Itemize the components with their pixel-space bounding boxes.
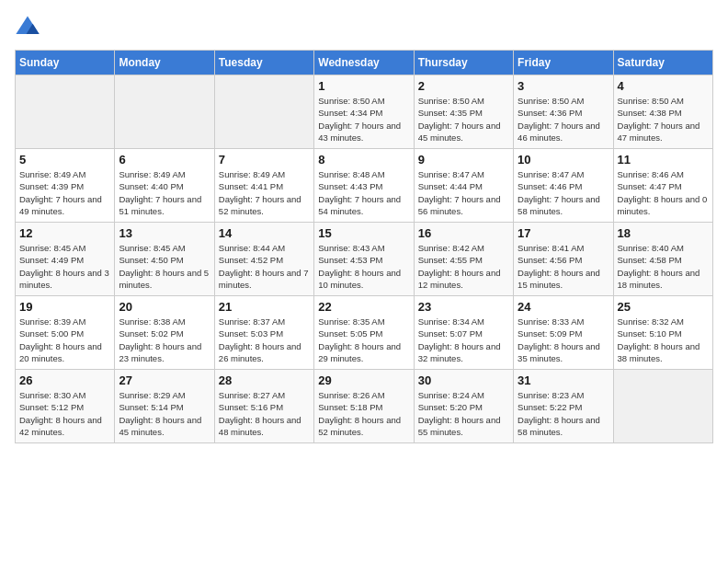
day-number: 1 [318,79,409,93]
day-number: 11 [618,153,709,167]
calendar-week-4: 19Sunrise: 8:39 AM Sunset: 5:00 PM Dayli… [16,296,713,370]
day-header-tuesday: Tuesday [214,51,313,75]
day-number: 28 [219,373,310,387]
cell-content: Sunrise: 8:43 AM Sunset: 4:53 PM Dayligh… [318,242,409,291]
day-header-saturday: Saturday [613,51,712,75]
calendar-cell: 20Sunrise: 8:38 AM Sunset: 5:02 PM Dayli… [115,296,214,370]
calendar-cell: 21Sunrise: 8:37 AM Sunset: 5:03 PM Dayli… [214,296,313,370]
cell-content: Sunrise: 8:27 AM Sunset: 5:16 PM Dayligh… [219,389,310,438]
cell-content: Sunrise: 8:29 AM Sunset: 5:14 PM Dayligh… [119,389,210,438]
day-number: 23 [418,300,509,314]
cell-content: Sunrise: 8:49 AM Sunset: 4:40 PM Dayligh… [119,168,210,217]
cell-content: Sunrise: 8:24 AM Sunset: 5:20 PM Dayligh… [418,389,509,438]
cell-content: Sunrise: 8:50 AM Sunset: 4:38 PM Dayligh… [618,95,709,144]
calendar-cell: 4Sunrise: 8:50 AM Sunset: 4:38 PM Daylig… [613,75,712,149]
calendar-cell: 24Sunrise: 8:33 AM Sunset: 5:09 PM Dayli… [514,296,613,370]
cell-content: Sunrise: 8:23 AM Sunset: 5:22 PM Dayligh… [518,389,609,438]
day-header-thursday: Thursday [414,51,513,75]
cell-content: Sunrise: 8:35 AM Sunset: 5:05 PM Dayligh… [318,316,409,364]
cell-content: Sunrise: 8:37 AM Sunset: 5:03 PM Dayligh… [219,316,310,364]
cell-content: Sunrise: 8:47 AM Sunset: 4:46 PM Dayligh… [518,168,609,217]
cell-content: Sunrise: 8:39 AM Sunset: 5:00 PM Dayligh… [19,316,110,364]
day-number: 14 [219,226,310,240]
day-number: 12 [19,226,110,240]
cell-content: Sunrise: 8:44 AM Sunset: 4:52 PM Dayligh… [219,242,310,291]
cell-content: Sunrise: 8:49 AM Sunset: 4:41 PM Dayligh… [219,168,310,217]
day-number: 31 [518,373,609,387]
calendar-cell: 1Sunrise: 8:50 AM Sunset: 4:34 PM Daylig… [314,75,414,149]
cell-content: Sunrise: 8:45 AM Sunset: 4:50 PM Dayligh… [119,242,210,291]
cell-content: Sunrise: 8:42 AM Sunset: 4:55 PM Dayligh… [418,242,509,291]
calendar-cell [16,75,115,149]
day-number: 17 [518,226,609,240]
calendar-cell: 22Sunrise: 8:35 AM Sunset: 5:05 PM Dayli… [314,296,414,370]
calendar-cell: 12Sunrise: 8:45 AM Sunset: 4:49 PM Dayli… [16,223,115,296]
calendar-cell: 5Sunrise: 8:49 AM Sunset: 4:39 PM Daylig… [16,149,115,223]
calendar-cell: 14Sunrise: 8:44 AM Sunset: 4:52 PM Dayli… [214,223,313,296]
calendar-cell: 3Sunrise: 8:50 AM Sunset: 4:36 PM Daylig… [514,75,613,149]
cell-content: Sunrise: 8:41 AM Sunset: 4:56 PM Dayligh… [518,242,609,291]
day-number: 30 [418,373,509,387]
calendar-week-5: 26Sunrise: 8:30 AM Sunset: 5:12 PM Dayli… [16,370,713,443]
day-number: 9 [418,153,509,167]
day-number: 18 [618,226,709,240]
calendar-cell: 11Sunrise: 8:46 AM Sunset: 4:47 PM Dayli… [613,149,712,223]
day-header-friday: Friday [514,51,613,75]
calendar-cell: 27Sunrise: 8:29 AM Sunset: 5:14 PM Dayli… [115,370,214,443]
cell-content: Sunrise: 8:32 AM Sunset: 5:10 PM Dayligh… [618,316,709,364]
day-number: 15 [318,226,409,240]
cell-content: Sunrise: 8:40 AM Sunset: 4:58 PM Dayligh… [618,242,709,291]
cell-content: Sunrise: 8:34 AM Sunset: 5:07 PM Dayligh… [418,316,509,364]
day-number: 10 [518,153,609,167]
cell-content: Sunrise: 8:45 AM Sunset: 4:49 PM Dayligh… [19,242,110,291]
cell-content: Sunrise: 8:47 AM Sunset: 4:44 PM Dayligh… [418,168,509,217]
calendar-cell: 29Sunrise: 8:26 AM Sunset: 5:18 PM Dayli… [314,370,414,443]
calendar-table: SundayMondayTuesdayWednesdayThursdayFrid… [15,50,713,443]
cell-content: Sunrise: 8:46 AM Sunset: 4:47 PM Dayligh… [618,168,709,217]
cell-content: Sunrise: 8:38 AM Sunset: 5:02 PM Dayligh… [119,316,210,364]
cell-content: Sunrise: 8:48 AM Sunset: 4:43 PM Dayligh… [318,168,409,217]
day-number: 29 [318,373,409,387]
calendar-week-1: 1Sunrise: 8:50 AM Sunset: 4:34 PM Daylig… [16,75,713,149]
calendar-cell: 8Sunrise: 8:48 AM Sunset: 4:43 PM Daylig… [314,149,414,223]
day-number: 13 [119,226,210,240]
day-header-monday: Monday [115,51,214,75]
day-number: 22 [318,300,409,314]
day-number: 25 [618,300,709,314]
day-number: 26 [19,373,110,387]
day-number: 2 [418,79,509,93]
cell-content: Sunrise: 8:30 AM Sunset: 5:12 PM Dayligh… [19,389,110,438]
cell-content: Sunrise: 8:50 AM Sunset: 4:36 PM Dayligh… [518,95,609,144]
day-number: 7 [219,153,310,167]
logo [15,15,44,40]
day-number: 19 [19,300,110,314]
day-number: 4 [618,79,709,93]
calendar-cell: 7Sunrise: 8:49 AM Sunset: 4:41 PM Daylig… [214,149,313,223]
day-number: 24 [518,300,609,314]
calendar-cell: 13Sunrise: 8:45 AM Sunset: 4:50 PM Dayli… [115,223,214,296]
calendar-cell: 25Sunrise: 8:32 AM Sunset: 5:10 PM Dayli… [613,296,712,370]
day-header-wednesday: Wednesday [314,51,414,75]
calendar-cell: 9Sunrise: 8:47 AM Sunset: 4:44 PM Daylig… [414,149,513,223]
calendar-cell: 2Sunrise: 8:50 AM Sunset: 4:35 PM Daylig… [414,75,513,149]
page-header [15,15,713,40]
cell-content: Sunrise: 8:26 AM Sunset: 5:18 PM Dayligh… [318,389,409,438]
calendar-cell: 18Sunrise: 8:40 AM Sunset: 4:58 PM Dayli… [613,223,712,296]
day-header-sunday: Sunday [16,51,115,75]
day-number: 5 [19,153,110,167]
day-number: 21 [219,300,310,314]
calendar-cell: 31Sunrise: 8:23 AM Sunset: 5:22 PM Dayli… [514,370,613,443]
calendar-week-2: 5Sunrise: 8:49 AM Sunset: 4:39 PM Daylig… [16,149,713,223]
calendar-cell: 15Sunrise: 8:43 AM Sunset: 4:53 PM Dayli… [314,223,414,296]
cell-content: Sunrise: 8:50 AM Sunset: 4:35 PM Dayligh… [418,95,509,144]
day-number: 16 [418,226,509,240]
calendar-cell: 30Sunrise: 8:24 AM Sunset: 5:20 PM Dayli… [414,370,513,443]
calendar-cell: 26Sunrise: 8:30 AM Sunset: 5:12 PM Dayli… [16,370,115,443]
calendar-cell: 6Sunrise: 8:49 AM Sunset: 4:40 PM Daylig… [115,149,214,223]
calendar-cell: 16Sunrise: 8:42 AM Sunset: 4:55 PM Dayli… [414,223,513,296]
calendar-cell [613,370,712,443]
cell-content: Sunrise: 8:50 AM Sunset: 4:34 PM Dayligh… [318,95,409,144]
calendar-cell [214,75,313,149]
calendar-cell [115,75,214,149]
day-number: 3 [518,79,609,93]
